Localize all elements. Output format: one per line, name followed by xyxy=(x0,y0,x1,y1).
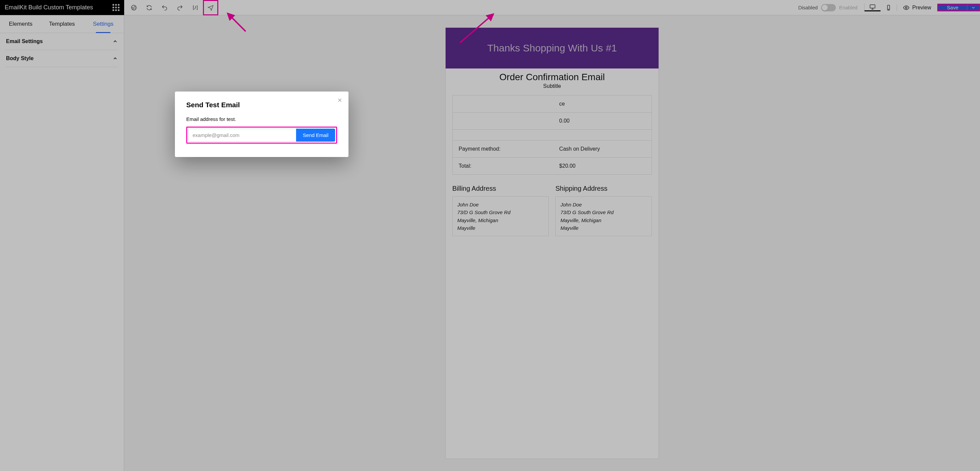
close-icon xyxy=(337,97,343,103)
test-email-input[interactable] xyxy=(188,129,296,142)
modal-overlay[interactable] xyxy=(0,0,980,471)
send-test-email-modal: Send Test Email Email address for test. … xyxy=(175,91,348,157)
modal-input-row: Send Email xyxy=(186,126,337,144)
modal-title: Send Test Email xyxy=(186,101,337,109)
send-email-button[interactable]: Send Email xyxy=(296,129,335,142)
modal-label: Email address for test. xyxy=(186,116,337,122)
close-modal-button[interactable] xyxy=(336,96,344,104)
